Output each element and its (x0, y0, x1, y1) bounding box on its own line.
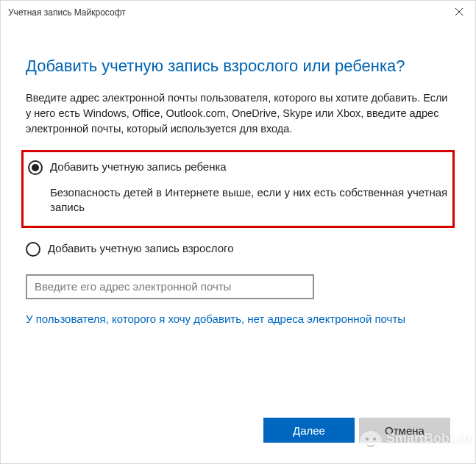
email-input-row (26, 274, 450, 299)
titlebar: Учетная запись Майкрософт (1, 1, 475, 24)
close-button[interactable] (442, 1, 475, 24)
radio-label: Добавить учетную запись взрослого (48, 241, 234, 256)
window-title: Учетная запись Майкрософт (8, 7, 442, 18)
radio-label: Добавить учетную запись ребенка (50, 160, 227, 174)
no-email-link-row: У пользователя, которого я хочу добавить… (26, 313, 450, 326)
dialog-footer: Далее Отмена (263, 418, 450, 443)
dialog-window: Учетная запись Майкрософт Добавить учетн… (0, 0, 476, 464)
dialog-content: Добавить учетную запись взрослого или ре… (1, 24, 475, 463)
radio-add-adult[interactable]: Добавить учетную запись взрослого (26, 241, 450, 257)
next-button[interactable]: Далее (263, 418, 355, 443)
no-email-link[interactable]: У пользователя, которого я хочу добавить… (26, 313, 405, 325)
cancel-button[interactable]: Отмена (359, 418, 450, 443)
email-field[interactable] (26, 274, 314, 299)
radio-child-subtext: Безопасность детей в Интернете выше, есл… (50, 185, 448, 215)
radio-icon (28, 160, 43, 175)
description-text: Введите адрес электронной почты пользова… (26, 90, 450, 137)
radio-icon (26, 242, 40, 257)
page-title: Добавить учетную запись взрослого или ре… (26, 57, 450, 76)
close-icon (455, 7, 463, 18)
radio-add-child[interactable]: Добавить учетную запись ребенка (28, 160, 448, 175)
highlighted-option: Добавить учетную запись ребенка Безопасн… (21, 150, 455, 228)
